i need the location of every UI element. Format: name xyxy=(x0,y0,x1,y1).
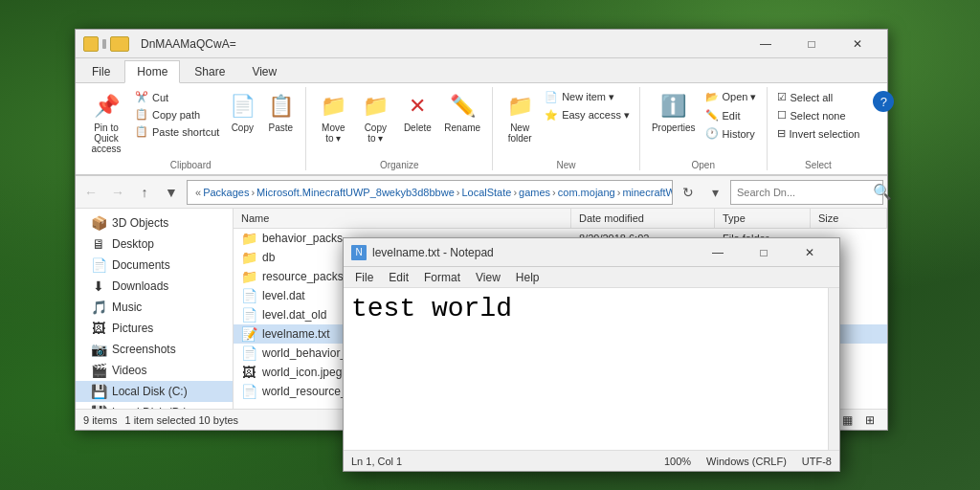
new-folder-label: Newfolder xyxy=(508,122,532,144)
address-right-btns: ↻ ▾ xyxy=(677,181,726,204)
search-input[interactable] xyxy=(737,187,869,198)
notepad-textarea[interactable]: test world xyxy=(347,292,835,446)
notepad-close-btn[interactable]: ✕ xyxy=(788,238,832,267)
nav-item-label-desktop: Desktop xyxy=(112,237,154,251)
new-item-btn[interactable]: 📄 New item ▾ xyxy=(541,89,634,105)
cut-btn[interactable]: ✂️ Cut xyxy=(131,89,223,105)
col-name[interactable]: Name xyxy=(234,209,571,228)
screenshots-icon: 📷 xyxy=(91,342,106,357)
notepad-maximize-btn[interactable]: □ xyxy=(742,238,786,267)
up-btn[interactable]: ↑ xyxy=(133,181,156,204)
delete-btn[interactable]: ✕ Delete xyxy=(396,89,438,135)
rename-icon: ✏️ xyxy=(447,91,478,122)
notepad-minimize-btn[interactable]: — xyxy=(696,238,740,267)
rename-btn[interactable]: ✏️ Rename xyxy=(438,89,486,135)
back-btn[interactable]: ← xyxy=(79,181,102,204)
organize-group-content: 📁 Moveto ▾ 📁 Copyto ▾ ✕ Delete ✏️ Rename xyxy=(312,87,486,158)
file-label-behavior-packs: behavior_packs xyxy=(262,232,343,245)
3d-objects-icon: 📦 xyxy=(91,215,106,231)
titlebar-logo-icon xyxy=(83,36,99,52)
address-part-5[interactable]: com.mojang xyxy=(558,187,615,198)
file-icon-world-resource: 📄 xyxy=(241,384,256,399)
history-btn[interactable]: 🕐 History xyxy=(702,125,761,142)
nav-item-downloads[interactable]: ⬇ Downloads xyxy=(76,276,233,297)
notepad-menu-view[interactable]: View xyxy=(468,269,508,286)
organize-label: Organize xyxy=(312,158,486,170)
help-btn[interactable]: ? xyxy=(873,91,894,112)
nav-item-music[interactable]: 🎵 Music xyxy=(76,297,233,318)
search-box[interactable]: 🔍 xyxy=(730,180,883,205)
nav-item-local-disk-d[interactable]: 💾 Local Disk (D:) xyxy=(76,402,233,409)
address-part-1[interactable]: Packages xyxy=(203,187,249,198)
nav-item-local-disk-c[interactable]: 💾 Local Disk (C:) xyxy=(76,381,233,402)
nav-item-documents[interactable]: 📄 Documents xyxy=(76,255,233,276)
explorer-minimize-btn[interactable]: — xyxy=(744,30,788,58)
properties-btn[interactable]: ℹ️ Properties xyxy=(646,89,702,135)
edit-btn[interactable]: ✏️ Edit xyxy=(702,107,761,123)
nav-item-pictures[interactable]: 🖼 Pictures xyxy=(76,318,233,339)
tab-view[interactable]: View xyxy=(239,60,289,82)
nav-item-videos[interactable]: 🎬 Videos xyxy=(76,360,233,381)
paste-shortcut-btn[interactable]: 📋 Paste shortcut xyxy=(131,123,223,140)
easy-access-btn[interactable]: ⭐ Easy access ▾ xyxy=(541,107,634,123)
explorer-maximize-btn[interactable]: □ xyxy=(790,30,834,58)
open-sub-group: 📂 Open ▾ ✏️ Edit 🕐 History xyxy=(702,89,761,142)
view-mode-buttons: ▦ ⊞ xyxy=(837,412,880,429)
address-part-6[interactable]: minecraftWorlds xyxy=(622,187,673,198)
clipboard-label: Clipboard xyxy=(81,158,300,170)
file-icon-level-dat: 📄 xyxy=(241,288,256,303)
address-dropdown-btn[interactable]: ▾ xyxy=(703,181,726,204)
select-all-btn[interactable]: ☑ Select all xyxy=(773,89,864,105)
large-icon-view-btn[interactable]: ⊞ xyxy=(860,412,880,429)
folder-icon-db: 📁 xyxy=(241,250,256,265)
new-sub-group: 📄 New item ▾ ⭐ Easy access ▾ xyxy=(541,89,634,123)
invert-selection-btn[interactable]: ⊟ Invert selection xyxy=(773,125,864,142)
recent-locations-btn[interactable]: ▼ xyxy=(160,181,183,204)
ribbon-info-area: ? xyxy=(869,87,898,170)
copy-btn[interactable]: 📄 Copy xyxy=(223,89,261,135)
nav-item-3d-objects[interactable]: 📦 3D Objects xyxy=(76,212,233,234)
new-item-icon: 📄 xyxy=(545,91,558,103)
new-folder-btn[interactable]: 📁 Newfolder xyxy=(499,89,541,145)
address-part-3[interactable]: LocalState xyxy=(461,187,511,198)
notepad-menu-edit[interactable]: Edit xyxy=(381,269,416,286)
forward-btn[interactable]: → xyxy=(106,181,129,204)
ribbon-group-select: ☑ Select all ☐ Select none ⊟ Invert sele… xyxy=(768,87,870,170)
address-part-4[interactable]: games xyxy=(519,187,550,198)
delete-icon: ✕ xyxy=(402,91,433,122)
file-icon-levelname: 📝 xyxy=(241,326,256,342)
notepad-scrollbar[interactable] xyxy=(828,288,839,450)
col-date[interactable]: Date modified xyxy=(571,209,715,228)
paste-btn[interactable]: 📋 Paste xyxy=(261,89,300,135)
music-icon: 🎵 xyxy=(91,300,106,315)
explorer-close-btn[interactable]: ✕ xyxy=(835,30,880,58)
new-group-content: 📁 Newfolder 📄 New item ▾ ⭐ Easy access ▾ xyxy=(499,87,634,158)
pin-to-quick-access-btn[interactable]: 📌 Pin to Quickaccess xyxy=(81,89,131,156)
col-type[interactable]: Type xyxy=(715,209,811,228)
notepad-encoding: UTF-8 xyxy=(802,456,832,467)
refresh-btn[interactable]: ↻ xyxy=(677,181,700,204)
notepad-menu-file[interactable]: File xyxy=(347,269,381,286)
open-icon: 📂 xyxy=(705,91,719,103)
file-label-level-dat-old: level.dat_old xyxy=(262,308,326,322)
ribbon-tabs: File Home Share View xyxy=(76,58,887,83)
col-size[interactable]: Size xyxy=(811,209,887,228)
notepad-menu-format[interactable]: Format xyxy=(416,269,468,286)
select-none-icon: ☐ xyxy=(777,109,787,122)
address-part-2[interactable]: Microsoft.MinecraftUWP_8wekyb3d8bbwe xyxy=(256,187,455,198)
move-to-btn[interactable]: 📁 Moveto ▾ xyxy=(312,89,354,145)
copy-to-btn[interactable]: 📁 Copyto ▾ xyxy=(354,89,396,145)
copy-path-btn[interactable]: 📋 Copy path xyxy=(131,106,223,122)
tab-home[interactable]: Home xyxy=(124,60,180,83)
tab-file[interactable]: File xyxy=(79,60,122,82)
open-btn[interactable]: 📂 Open ▾ xyxy=(702,89,761,105)
ribbon-group-open: ℹ️ Properties 📂 Open ▾ ✏️ Edit 🕐 History xyxy=(640,87,768,170)
nav-item-desktop[interactable]: 🖥 Desktop xyxy=(76,234,233,255)
notepad-content[interactable]: test world xyxy=(344,288,839,450)
detail-view-btn[interactable]: ▦ xyxy=(837,412,857,429)
tab-share[interactable]: Share xyxy=(182,60,237,82)
address-box[interactable]: « Packages › Microsoft.MinecraftUWP_8wek… xyxy=(187,180,673,205)
notepad-menu-help[interactable]: Help xyxy=(508,269,547,286)
select-none-btn[interactable]: ☐ Select none xyxy=(773,107,864,123)
nav-item-screenshots[interactable]: 📷 Screenshots xyxy=(76,339,233,360)
